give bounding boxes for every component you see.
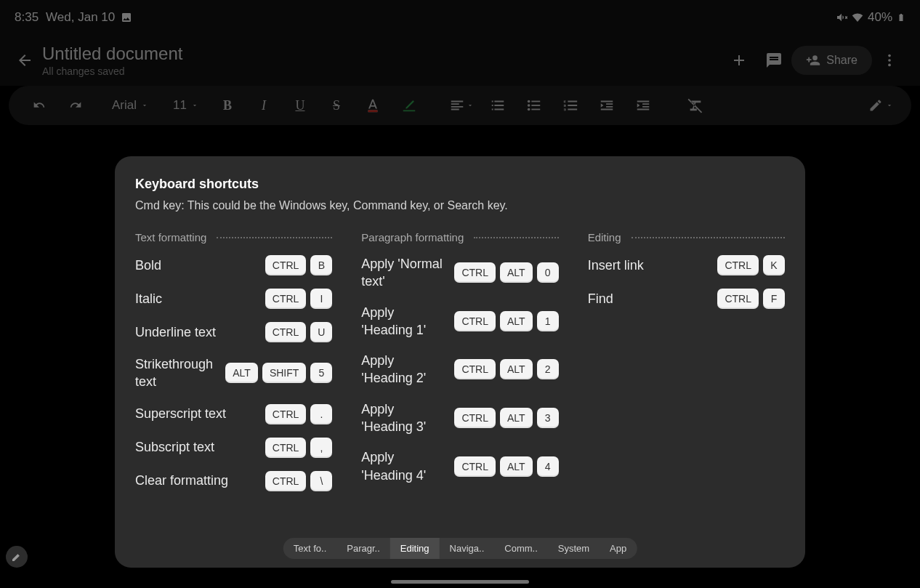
shortcut-keys: CTRLALT3 [454, 408, 558, 428]
keyboard-shortcuts-dialog: Keyboard shortcuts Cmd key: This could b… [115, 156, 805, 568]
shortcut-label: Underline text [135, 323, 216, 341]
key-cap: CTRL [454, 408, 496, 428]
shortcut-row: Superscript textCTRL. [135, 404, 332, 424]
shortcut-row: Apply 'Heading 3'CTRLALT3 [361, 400, 558, 436]
section-divider [632, 237, 785, 238]
dialog-tab[interactable]: Paragr.. [336, 538, 390, 559]
shortcut-label: Apply 'Heading 3' [361, 400, 447, 436]
section-title: Editing [588, 231, 621, 243]
key-cap: CTRL [454, 262, 496, 283]
dialog-title: Keyboard shortcuts [135, 177, 785, 192]
home-indicator [391, 580, 529, 584]
key-cap: \ [310, 471, 332, 491]
shortcut-label: Clear formatting [135, 472, 228, 489]
dialog-subtitle: Cmd key: This could be the Windows key, … [135, 199, 785, 212]
shortcut-label: Bold [135, 257, 161, 274]
key-cap: 4 [537, 456, 559, 477]
key-cap: ALT [225, 363, 258, 383]
key-cap: ALT [500, 359, 533, 379]
shortcut-label: Insert link [588, 257, 644, 274]
shortcut-row: Apply 'Normal text'CTRLALT0 [361, 255, 558, 291]
shortcut-label: Italic [135, 290, 162, 307]
shortcut-keys: CTRL\ [265, 471, 333, 491]
shortcut-label: Subscript text [135, 438, 214, 456]
key-cap: CTRL [717, 255, 759, 275]
key-cap: CTRL [265, 471, 307, 491]
dialog-tab[interactable]: Text fo.. [283, 538, 337, 559]
key-cap: ALT [500, 262, 533, 283]
section-title: Text formatting [135, 231, 206, 243]
key-cap: B [310, 255, 332, 275]
key-cap: 5 [310, 363, 332, 383]
key-cap: K [763, 255, 785, 275]
shortcut-row: Underline textCTRLU [135, 322, 332, 342]
shortcut-section: Text formattingBoldCTRLBItalicCTRLIUnder… [135, 231, 332, 504]
key-cap: 0 [537, 262, 559, 283]
key-cap: CTRL [717, 289, 759, 309]
dialog-tab[interactable]: System [548, 538, 600, 559]
key-cap: CTRL [454, 359, 496, 379]
shortcut-row: Insert linkCTRLK [588, 255, 785, 275]
key-cap: CTRL [265, 322, 307, 342]
key-cap: 1 [537, 311, 559, 331]
key-cap: CTRL [265, 255, 307, 275]
shortcut-label: Apply 'Heading 1' [361, 304, 447, 339]
shortcut-keys: CTRLALT1 [454, 311, 558, 331]
shortcut-keys: CTRLB [265, 255, 333, 275]
section-divider [217, 237, 332, 238]
key-cap: , [310, 438, 332, 458]
shortcut-label: Apply 'Normal text' [361, 255, 447, 291]
shortcut-keys: CTRLALT2 [454, 359, 558, 379]
section-title: Paragraph formatting [361, 231, 464, 243]
shortcut-keys: CTRL. [265, 404, 333, 424]
pencil-icon [11, 551, 23, 563]
shortcut-row: Apply 'Heading 2'CTRLALT2 [361, 352, 558, 387]
key-cap: CTRL [454, 456, 496, 477]
dialog-tab[interactable]: Editing [390, 538, 440, 559]
edit-fab[interactable] [6, 546, 28, 568]
shortcut-label: Find [588, 290, 613, 307]
dialog-tab[interactable]: App [600, 538, 637, 559]
key-cap: SHIFT [262, 363, 306, 383]
key-cap: U [310, 322, 332, 342]
shortcut-keys: ALTSHIFT5 [225, 363, 332, 383]
shortcut-row: Strikethrough textALTSHIFT5 [135, 355, 332, 391]
shortcut-keys: CTRLF [717, 289, 785, 309]
shortcut-row: FindCTRLF [588, 289, 785, 309]
dialog-tab-bar: Text fo..Paragr..EditingNaviga..Comm..Sy… [283, 538, 637, 559]
key-cap: ALT [500, 456, 533, 477]
key-cap: . [310, 404, 332, 424]
shortcut-section: Paragraph formattingApply 'Normal text'C… [361, 231, 558, 504]
shortcut-row: Subscript textCTRL, [135, 438, 332, 458]
section-header: Text formatting [135, 231, 332, 243]
shortcut-row: BoldCTRLB [135, 255, 332, 275]
key-cap: I [310, 289, 332, 309]
shortcut-label: Apply 'Heading 4' [361, 448, 447, 484]
key-cap: ALT [500, 311, 533, 331]
shortcut-keys: CTRLALT4 [454, 456, 558, 477]
key-cap: CTRL [265, 289, 307, 309]
shortcut-section: EditingInsert linkCTRLKFindCTRLF [588, 231, 785, 504]
key-cap: F [763, 289, 785, 309]
shortcut-row: ItalicCTRLI [135, 289, 332, 309]
shortcut-keys: CTRL, [265, 438, 333, 458]
key-cap: 2 [537, 359, 559, 379]
shortcut-label: Strikethrough text [135, 355, 218, 391]
shortcut-row: Clear formattingCTRL\ [135, 471, 332, 491]
shortcut-keys: CTRLI [265, 289, 333, 309]
section-header: Paragraph formatting [361, 231, 558, 243]
key-cap: CTRL [265, 404, 307, 424]
key-cap: ALT [500, 408, 533, 428]
shortcut-row: Apply 'Heading 1'CTRLALT1 [361, 304, 558, 339]
key-cap: 3 [537, 408, 559, 428]
shortcut-keys: CTRLALT0 [454, 262, 558, 283]
dialog-tab[interactable]: Naviga.. [440, 538, 495, 559]
key-cap: CTRL [265, 438, 307, 458]
shortcut-keys: CTRLU [265, 322, 333, 342]
shortcut-row: Apply 'Heading 4'CTRLALT4 [361, 448, 558, 484]
dialog-tab[interactable]: Comm.. [494, 538, 548, 559]
shortcut-keys: CTRLK [717, 255, 785, 275]
section-divider [474, 237, 558, 238]
shortcut-label: Apply 'Heading 2' [361, 352, 447, 387]
section-header: Editing [588, 231, 785, 243]
